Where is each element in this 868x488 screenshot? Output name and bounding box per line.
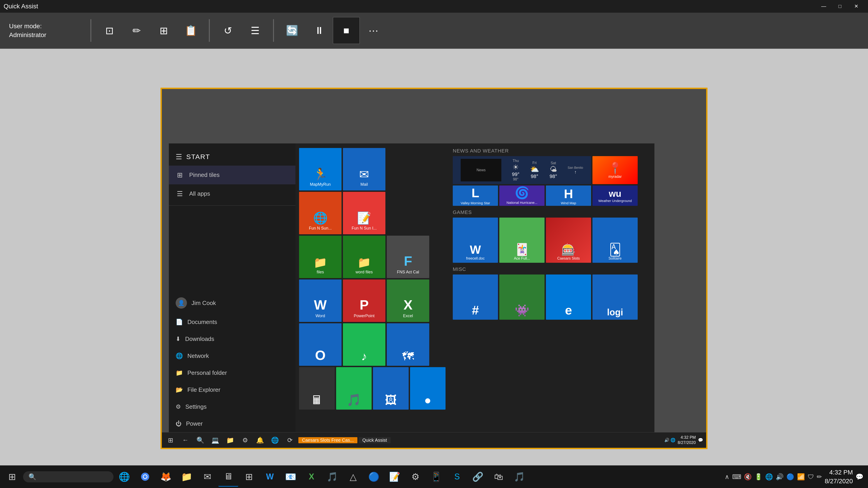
user-item[interactable]: 👤 Jim Cook — [169, 292, 296, 314]
outer-volume-icon[interactable]: 🔊 — [776, 473, 784, 481]
toolbar-clipboard-btn[interactable]: 📋 — [177, 17, 204, 44]
toolbar-sync-btn[interactable]: 🔄 — [278, 17, 306, 44]
outer-battery-icon[interactable]: 🔋 — [754, 473, 763, 481]
outer-mute-icon[interactable]: 🔇 — [744, 473, 752, 481]
outer-mail2-btn[interactable]: 📧 — [281, 467, 301, 487]
inner-back-btn[interactable]: ← — [178, 433, 193, 447]
documents-item[interactable]: 📄 Documents — [169, 314, 296, 330]
tile-spotify[interactable]: ♪ — [343, 323, 385, 366]
inner-notif-btn[interactable]: 🔔 — [253, 433, 267, 447]
toolbar-list-btn[interactable]: ☰ — [241, 17, 269, 44]
inner-search-btn[interactable]: 🔍 — [193, 433, 208, 447]
hamburger-icon[interactable]: ☰ — [176, 153, 183, 161]
tile-files[interactable]: 📁 files — [299, 236, 342, 278]
network-item[interactable]: 🌐 Network — [169, 348, 296, 364]
outer-search-bar[interactable]: 🔍 — [23, 471, 114, 482]
tile-outlook[interactable]: O — [299, 323, 342, 366]
outer-startmenu2-btn[interactable]: ⊞ — [239, 467, 259, 487]
tile-national-hurricane[interactable]: 🌀 National Hurricane... — [499, 186, 545, 206]
inner-settings-btn[interactable]: ⚙ — [238, 433, 252, 447]
minimize-button[interactable]: — — [815, 0, 832, 13]
personal-folder-item[interactable]: 📁 Personal folder — [169, 364, 296, 381]
outer-spotify-btn[interactable]: 🎵 — [509, 467, 529, 487]
inner-ie-btn[interactable]: 🌐 — [268, 433, 282, 447]
tile-wind-map[interactable]: H Wind Map — [546, 186, 591, 206]
toolbar-pause-btn[interactable]: ⏸ — [306, 17, 333, 44]
tile-calc[interactable]: 🖩 — [299, 367, 335, 410]
outer-skype-btn[interactable]: S — [447, 467, 467, 487]
quick-assist-taskbar-btn[interactable]: Quick Assist — [359, 437, 391, 443]
all-apps-nav[interactable]: ☰ All apps — [169, 184, 296, 203]
tile-caesars[interactable]: 🎰 Caesars Slots — [546, 218, 591, 263]
tile-circle[interactable]: ● — [410, 367, 446, 410]
tile-fns-cal[interactable]: F FNS Act Cal — [387, 236, 429, 278]
outer-edit-icon[interactable]: ✏ — [817, 473, 822, 481]
tile-ppt[interactable]: P PowerPoint — [343, 280, 385, 322]
toolbar-monitor-btn[interactable]: ⊡ — [96, 17, 123, 44]
outer-music-btn[interactable]: 🎵 — [322, 467, 342, 487]
outer-settings-btn[interactable]: ⚙ — [405, 467, 426, 487]
outer-phone-btn[interactable]: 📱 — [426, 467, 446, 487]
outer-cortana-btn[interactable]: 🔵 — [364, 467, 384, 487]
tile-photos[interactable]: 🖼 — [373, 367, 409, 410]
outer-word-btn[interactable]: W — [260, 467, 280, 487]
tile-excel[interactable]: X Excel — [387, 280, 429, 322]
outer-stickynotes-btn[interactable]: 📝 — [385, 467, 405, 487]
file-explorer-item[interactable]: 📂 File Explorer — [169, 381, 296, 398]
tile-word[interactable]: W Word — [299, 280, 342, 322]
inner-refresh-btn[interactable]: ⟳ — [283, 433, 297, 447]
weather-tile[interactable]: News Thu ☀ 99° 98° — [453, 156, 591, 184]
toolbar-refresh-btn[interactable]: ↺ — [214, 17, 241, 44]
tile-spt2[interactable]: 🎵 — [336, 367, 372, 410]
maximize-button[interactable]: □ — [832, 0, 848, 13]
outer-video-btn[interactable]: △ — [343, 467, 363, 487]
toolbar-resize-btn[interactable]: ⊞ — [150, 17, 177, 44]
downloads-item[interactable]: ⬇ Downloads — [169, 330, 296, 348]
outer-arrow-icon[interactable]: ∧ — [725, 473, 730, 481]
outer-mail-btn[interactable]: ✉ — [197, 467, 217, 487]
outer-excel-btn[interactable]: X — [302, 467, 321, 487]
outer-rdp-btn[interactable]: 🖥 — [218, 467, 238, 487]
tile-app-1[interactable]: 🏃 MapMyRun — [299, 148, 342, 191]
toolbar-edit-btn[interactable]: ✏ — [123, 17, 150, 44]
tile-logi[interactable]: logi — [592, 274, 638, 320]
outer-network-icon[interactable]: 🌐 — [765, 473, 773, 481]
tile-mail[interactable]: ✉ Mail — [343, 148, 385, 191]
tile-word-files[interactable]: 📁 word files — [343, 236, 385, 278]
tile-edge-misc[interactable]: e — [546, 274, 591, 320]
settings-item[interactable]: ⚙ Settings — [169, 398, 296, 415]
outer-start-btn[interactable]: ⊞ — [2, 467, 22, 487]
outer-firefox-btn[interactable]: 🦊 — [156, 467, 176, 487]
outer-notification-btn[interactable]: 💬 — [856, 473, 864, 481]
tile-hashtag[interactable]: # — [453, 274, 498, 320]
pinned-tiles-nav[interactable]: ⊞ Pinned tiles — [169, 166, 296, 184]
tile-fun2[interactable]: 📝 Fun N Sun I... — [343, 192, 385, 234]
tile-map[interactable]: 🗺 — [387, 323, 429, 366]
outer-chrome-btn[interactable] — [135, 467, 155, 487]
tile-valley-morning-star[interactable]: L Valley Morning Star — [453, 186, 498, 206]
caesars-taskbar-btn[interactable]: Caesars Slots Free Cas... — [298, 437, 358, 443]
outer-bluetooth-icon[interactable]: 🔵 — [786, 473, 794, 481]
tile-alien[interactable]: 👾 — [499, 274, 545, 320]
tile-freecell[interactable]: W freecell.doc — [453, 218, 498, 263]
outer-explorer-btn[interactable]: 📁 — [177, 467, 197, 487]
tile-weather-underground[interactable]: wu Weather Underground — [592, 186, 638, 206]
inner-start-btn[interactable]: ⊞ — [163, 433, 178, 447]
inner-taskview-btn[interactable]: 💻 — [208, 433, 222, 447]
tile-acefull[interactable]: 🃏 Ace Full... — [499, 218, 545, 263]
toolbar-stop-btn[interactable]: ■ — [333, 17, 360, 44]
outer-wifi-icon[interactable]: 📶 — [797, 473, 805, 481]
tile-solitaire[interactable]: 🂡 Solitaire — [592, 218, 638, 263]
outer-store-btn[interactable]: 🛍 — [489, 467, 508, 487]
outer-keyboard-icon[interactable]: ⌨ — [732, 473, 741, 481]
outer-shield-icon[interactable]: 🛡 — [808, 473, 814, 481]
outer-linkedin-btn[interactable]: 🔗 — [468, 467, 488, 487]
toolbar-more-btn[interactable]: ⋯ — [360, 17, 387, 44]
power-item[interactable]: ⏻ Power — [169, 415, 296, 432]
inner-notification-icon[interactable]: 💬 — [698, 437, 703, 443]
close-button[interactable]: ✕ — [848, 0, 864, 13]
inner-explorer-btn[interactable]: 📁 — [223, 433, 237, 447]
outer-edge-btn[interactable]: 🌐 — [114, 467, 134, 487]
tile-fun1[interactable]: 🌐 Fun N Sun... — [299, 192, 342, 234]
tile-myradar[interactable]: 📍 myradar — [592, 156, 638, 184]
